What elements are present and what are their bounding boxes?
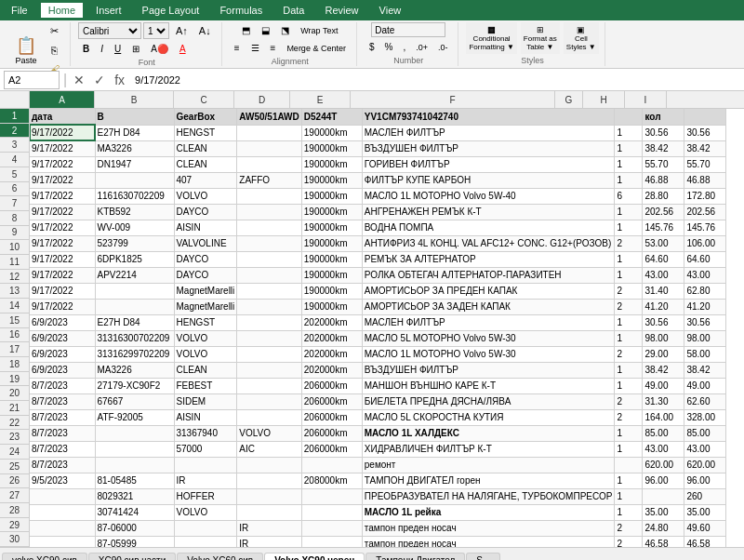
number-format-box[interactable]: Date [371,22,445,37]
cell[interactable]: KTB592 [95,204,174,220]
decrease-font-button[interactable]: A↓ [194,22,216,39]
row-header-20[interactable]: 20 [0,386,29,401]
row-header-4[interactable]: 4 [0,153,29,167]
cell[interactable] [237,330,301,346]
cell[interactable]: 6/9/2023 [30,346,95,362]
formula-input[interactable] [131,71,740,89]
cell[interactable]: FEBEST [174,378,237,393]
table-row[interactable]: 9/17/2022MagnetMarelli190000kmАМОРТИСЬОР… [30,283,726,299]
tab-review[interactable]: Review [317,3,365,18]
cell[interactable] [237,504,301,520]
table-row[interactable]: 87-05999IRтампон преден носач246.5846.58 [30,536,726,547]
cell[interactable] [237,473,301,488]
row-header-6[interactable]: 6 [0,182,29,197]
cell[interactable]: 28.80 [643,188,684,204]
font-color-button[interactable]: A [175,41,191,57]
cell[interactable]: 27179-XC90F2 [95,378,174,393]
table-row[interactable]: 9/17/2022APV2214DAYCO190000kmРОЛКА ОБТЕГ… [30,267,726,283]
table-row[interactable]: 9/17/20221161630702209VOLVO190000kmМАСЛО… [30,188,726,204]
cell[interactable]: 145.76 [643,220,684,235]
cell[interactable]: МАСЛО 1L МОТОРНО Volvo 5W-40 [362,188,615,204]
cells-container[interactable]: датаBGearBoxAW50/51AWDD5244TYV1CM7937410… [30,109,744,547]
decrease-decimal-button[interactable]: .0- [433,39,453,55]
col-header-g[interactable]: G [555,91,583,108]
cell[interactable]: 9/17/2022 [30,140,95,156]
cell[interactable]: тампон преден носач [362,520,615,536]
cell[interactable] [237,299,301,314]
cell[interactable]: 9/17/2022 [30,267,95,283]
cell[interactable]: 38.42 [684,140,726,156]
cell[interactable] [237,220,301,235]
table-row[interactable]: 9/17/2022MA3226CLEAN190000kmВЪЗДУШЕН ФИЛ… [30,140,726,156]
cell[interactable]: 46.88 [643,172,684,188]
col-header-h[interactable]: H [583,91,625,108]
cell[interactable]: 46.58 [643,536,684,547]
cut-button[interactable]: ✂ [45,22,64,40]
cell[interactable]: 260 [684,488,726,504]
cell[interactable]: 1 [615,140,643,156]
cell[interactable]: ВОДНА ПОМПА [362,220,615,235]
cell[interactable]: 30.56 [684,314,726,330]
cell[interactable]: 9/17/2022 [30,156,95,172]
table-row[interactable]: 6/9/2023MA3226CLEAN202000kmВЪЗДУШЕН ФИЛТ… [30,362,726,378]
cell[interactable] [237,267,301,283]
cell[interactable]: D5244T [301,109,362,125]
row-header-8[interactable]: 8 [0,211,29,226]
cell[interactable]: 87-06000 [95,520,174,536]
format-as-table-button[interactable]: ⊞ Format as Table ▼ [521,22,560,54]
cell[interactable]: 190000km [301,299,362,314]
cell[interactable]: 202000km [301,362,362,378]
cell[interactable]: 55.70 [684,156,726,172]
cell[interactable]: ТАМПОН ДВИГАТЕЛ горен [362,473,615,488]
cell[interactable]: 31316300702209 [95,330,174,346]
cell[interactable] [237,235,301,251]
col-header-a[interactable]: A [30,91,95,108]
cell[interactable]: 9/17/2022 [30,125,95,140]
row-header-25[interactable]: 25 [0,460,29,474]
table-row[interactable]: 8029321HOFFERПРЕОБРАЗУВАТЕЛ НА НАЛЯГАНЕ,… [30,488,726,504]
tab-formulas[interactable]: Formulas [212,3,270,18]
row-header-12[interactable]: 12 [0,270,29,285]
cell[interactable]: 206000km [301,378,362,393]
cell[interactable]: 46.88 [684,172,726,188]
cell[interactable]: AIC [237,441,301,457]
table-row[interactable]: 8/7/202367667SIDEM206000kmБИЕЛЕТА ПРЕДНА… [30,393,726,409]
cell[interactable]: кол [643,109,684,125]
cell[interactable]: HENGST [174,314,237,330]
tab-page-layout[interactable]: Page Layout [135,3,207,18]
cell[interactable]: 41.20 [643,299,684,314]
cell[interactable] [95,457,174,473]
cell[interactable]: 31367940 [174,425,237,441]
cell[interactable]: 328.00 [684,409,726,425]
cell[interactable] [174,520,237,536]
cell[interactable]: 1 [615,488,643,504]
cell[interactable]: 43.00 [643,441,684,457]
cell[interactable]: БИЕЛЕТА ПРЕДНА ДЯСНА/ЛЯВА [362,393,615,409]
cell[interactable]: 190000km [301,267,362,283]
percent-button[interactable]: % [379,39,397,55]
cell[interactable]: МАСЛО 1L МОТОРНО Volvo 5W-30 [362,346,615,362]
cell[interactable]: 38.42 [684,362,726,378]
cell[interactable]: IR [237,520,301,536]
cell[interactable]: 35.00 [684,504,726,520]
row-header-2[interactable]: 2 [0,124,29,139]
cell[interactable]: 49.60 [684,520,726,536]
cell[interactable]: VALVOLINE [174,235,237,251]
cell[interactable]: 9/17/2022 [30,299,95,314]
cell[interactable]: VOLVO [174,330,237,346]
function-button[interactable]: fx [112,73,127,87]
col-header-d[interactable]: D [234,91,290,108]
cell[interactable] [237,346,301,362]
cell[interactable] [237,251,301,267]
cell[interactable]: 43.00 [684,267,726,283]
cell[interactable]: РЕМЪК ЗА АЛТЕРНАТОР [362,251,615,267]
cell[interactable]: IR [174,473,237,488]
corner-cell[interactable] [0,91,30,108]
tab-home[interactable]: Home [41,3,83,18]
cell[interactable]: 190000km [301,188,362,204]
currency-button[interactable]: $ [365,39,379,55]
cell[interactable]: YV1CM793741042740 [362,109,615,125]
cancel-formula-button[interactable]: ✕ [71,73,87,87]
cell[interactable]: РОЛКА ОБТЕГАЧ АЛТЕРНАТОР-ПАРАЗИТЕН [362,267,615,283]
align-top-center-button[interactable]: ⬓ [257,22,274,38]
